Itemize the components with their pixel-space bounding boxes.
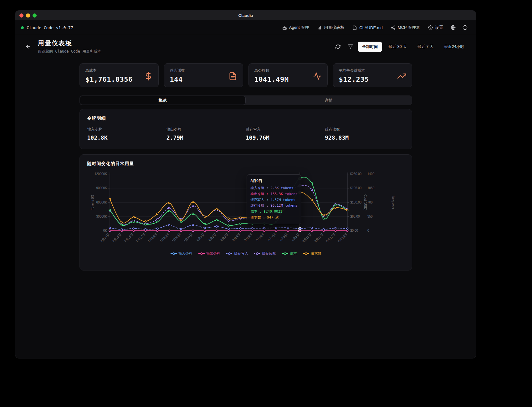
legend-marker-icon [254,252,261,255]
svg-text:700: 700 [367,201,373,204]
page-header: 用量仪表板 跟踪您的 Claude Code 用量和成本 全部时间 最近 30 … [15,35,476,59]
token-value: 102.8K [87,134,166,141]
stat-value: 144 [170,75,237,83]
token-label: 输入令牌 [87,127,166,132]
svg-text:1400: 1400 [367,172,375,176]
tab-details[interactable]: 详情 [246,96,412,105]
tooltip-row: 缓存写入 : 4.57M tokens [251,197,298,203]
svg-text:Cost (USD): Cost (USD) [364,194,367,210]
token-label: 输出令牌 [166,127,246,132]
legend-item[interactable]: 缓存写入 [226,251,248,256]
stat-card-avg-cost: 平均每会话成本 $12.235 [333,63,412,87]
legend-item[interactable]: 请求数 [303,251,321,256]
filter-icon [348,44,353,49]
token-value: 2.79M [166,134,246,141]
legend-marker-icon [170,252,177,255]
tab-overview[interactable]: 概览 [80,96,246,105]
tooltip-rows: 输入令牌 : 2.8K tokens输出令牌 : 155.3K tokens缓存… [251,185,298,220]
legend-label: 缓存写入 [234,251,248,256]
legend-item[interactable]: 输入令牌 [170,251,192,256]
zoom-button[interactable] [33,13,37,18]
token-breakdown-card: 令牌明细 输入令牌 102.8K 输出令牌 2.79M 缓存写入 109.76M… [79,109,412,149]
usage-line-chart[interactable]: 0K$0.00030000K$65.0035060000K$130.007009… [87,171,405,248]
daily-usage-card: 随时间变化的日常用量 0K$0.00030000K$65.0035060000K… [79,154,412,270]
stat-value: $1,761.8356 [85,75,153,83]
nav-usage-dashboard[interactable]: 用量仪表板 [314,23,348,33]
range-all-time[interactable]: 全部时间 [358,42,382,52]
nav-item-label: 用量仪表板 [324,25,344,30]
svg-text:8月6日: 8月6日 [255,233,264,242]
nav-item-label: MCP 管理器 [398,25,420,30]
tabs: 概览 详情 [79,95,412,105]
chart-tooltip: 8月9日 输入令牌 : 2.8K tokens输出令牌 : 155.3K tok… [247,174,302,224]
svg-text:Tokens (K): Tokens (K) [91,195,94,210]
svg-text:Requests: Requests [391,196,395,209]
file-icon [352,25,357,30]
legend-marker-icon [226,252,233,255]
legend-item[interactable]: 输出令牌 [198,251,220,256]
legend-label: 缓存读取 [262,251,276,256]
info-icon [463,25,468,30]
stat-value: 1041.49M [254,75,322,83]
stat-label: 总会话数 [170,68,237,73]
svg-text:8月7日: 8月7日 [267,233,276,242]
back-button[interactable] [23,41,33,52]
svg-text:0K: 0K [103,229,107,232]
stat-card-total-cost: 总成本 $1,761.8356 [79,63,159,87]
legend-marker-icon [303,252,309,255]
window-title: Claudia [238,13,253,18]
range-7-days[interactable]: 最近 7 天 [413,42,438,52]
token-item-input: 输入令牌 102.8K [87,127,166,141]
filter-button[interactable] [345,42,356,51]
app-window: Claudia Claude Code v1.0.77 Agent 管理 用量仪… [15,10,476,358]
legend-label: 成本 [290,251,297,256]
chart-title: 随时间变化的日常用量 [87,161,404,167]
close-button[interactable] [19,13,23,18]
stat-label: 总成本 [85,68,153,73]
header-actions: 全部时间 最近 30 天 最近 7 天 最近24小时 [333,42,468,52]
svg-text:120000K: 120000K [94,172,107,176]
svg-text:7月28日: 7月28日 [147,233,158,243]
range-30-days[interactable]: 最近 30 天 [384,42,411,52]
svg-text:7月31日: 7月31日 [183,233,193,243]
svg-text:60000K: 60000K [96,201,107,204]
legend-label: 输出令牌 [207,251,220,256]
page-subtitle: 跟踪您的 Claude Code 用量和成本 [38,49,101,54]
globe-icon [451,25,456,30]
svg-text:7月25日: 7月25日 [111,233,122,243]
svg-text:8月12日: 8月12日 [325,233,336,243]
info-button[interactable] [460,23,470,32]
dollar-icon [144,72,153,82]
svg-text:8月1日: 8月1日 [196,233,205,242]
svg-text:8月8日: 8月8日 [279,233,288,242]
range-24-hours[interactable]: 最近24小时 [440,42,468,52]
svg-text:0: 0 [367,229,369,232]
language-button[interactable] [448,23,458,32]
stat-label: 平均每会话成本 [339,68,406,73]
legend-marker-icon [198,252,205,255]
status-dot-icon [21,26,24,29]
token-value: 928.83M [325,134,404,141]
network-icon [391,25,396,30]
token-item-cache-write: 缓存写入 109.76M [246,127,325,141]
nav-claude-md[interactable]: CLAUDE.md [349,23,386,32]
refresh-button[interactable] [333,42,343,51]
svg-text:1050: 1050 [367,186,375,190]
token-grid: 输入令牌 102.8K 输出令牌 2.79M 缓存写入 109.76M 缓存读取… [87,127,404,141]
svg-text:350: 350 [367,215,373,218]
token-item-output: 输出令牌 2.79M [166,127,246,141]
nav-settings[interactable]: 设置 [425,23,447,33]
nav-agent-manager[interactable]: Agent 管理 [279,23,313,33]
svg-text:90000K: 90000K [96,186,107,190]
minimize-button[interactable] [26,13,30,18]
stat-value: $12.235 [339,75,406,83]
brand-label: Claude Code v1.0.77 [27,25,73,30]
legend-item[interactable]: 成本 [282,251,297,256]
svg-text:7月29日: 7月29日 [159,233,170,243]
legend-item[interactable]: 缓存读取 [254,251,276,256]
nav-mcp-manager[interactable]: MCP 管理器 [387,23,423,33]
token-item-cache-read: 缓存读取 928.83M [325,127,404,141]
legend-label: 请求数 [311,251,321,256]
svg-text:$195.00: $195.00 [350,186,362,190]
svg-text:8月9日: 8月9日 [291,233,300,242]
